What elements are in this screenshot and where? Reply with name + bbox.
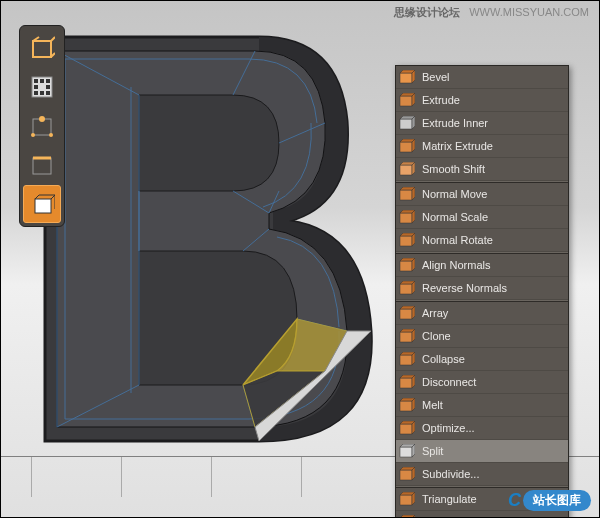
matrix-extrude-icon	[396, 136, 418, 156]
menu-item-label: Normal Rotate	[422, 234, 493, 246]
menu-item-label: Matrix Extrude	[422, 140, 493, 152]
menu-item-normal-move[interactable]: Normal Move	[396, 183, 568, 206]
menu-item-split[interactable]: Split	[396, 440, 568, 463]
mode-polygon[interactable]	[23, 185, 61, 223]
svg-point-15	[31, 133, 35, 137]
menu-item-extrude-inner[interactable]: Extrude Inner	[396, 112, 568, 135]
svg-point-16	[49, 133, 53, 137]
svg-line-2	[51, 37, 55, 41]
svg-rect-6	[40, 79, 44, 83]
menu-item-reverse-normals[interactable]: Reverse Normals	[396, 277, 568, 300]
menu-item-label: Align Normals	[422, 259, 490, 271]
menu-item-normal-rotate[interactable]: Normal Rotate	[396, 229, 568, 252]
menu-item-subdivide[interactable]: Subdivide...	[396, 463, 568, 486]
svg-point-14	[39, 116, 45, 122]
svg-rect-19	[35, 199, 51, 213]
menu-item-align-normals[interactable]: Align Normals	[396, 254, 568, 277]
menu-item-label: Triangulate	[422, 493, 477, 505]
menu-item-label: Disconnect	[422, 376, 476, 388]
menu-item-extrude[interactable]: Extrude	[396, 89, 568, 112]
svg-rect-10	[34, 91, 38, 95]
viewport-3d[interactable]: BevelExtrudeExtrude InnerMatrix ExtrudeS…	[1, 1, 599, 517]
svg-rect-60	[400, 355, 412, 365]
svg-line-20	[35, 195, 39, 199]
watermark-bottom: C 站长图库	[508, 490, 591, 511]
clone-icon	[396, 326, 418, 346]
menu-item-label: Extrude Inner	[422, 117, 488, 129]
menu-item-melt[interactable]: Melt	[396, 394, 568, 417]
menu-item-collapse[interactable]: Collapse	[396, 348, 568, 371]
menu-item-array[interactable]: Array	[396, 302, 568, 325]
optimize-icon	[396, 418, 418, 438]
svg-rect-75	[400, 470, 412, 480]
grid-tick	[121, 457, 122, 497]
menu-item-label: Normal Scale	[422, 211, 488, 223]
svg-rect-11	[40, 91, 44, 95]
context-menu: BevelExtrudeExtrude InnerMatrix ExtrudeS…	[395, 65, 569, 518]
svg-rect-8	[34, 85, 38, 89]
svg-rect-57	[400, 332, 412, 342]
watermark-badge: 站长图库	[523, 490, 591, 511]
mode-points[interactable]	[23, 29, 61, 67]
model-letter-b	[21, 23, 421, 453]
menu-item-label: Normal Move	[422, 188, 487, 200]
normal-scale-icon	[396, 207, 418, 227]
menu-item-matrix-extrude[interactable]: Matrix Extrude	[396, 135, 568, 158]
disconnect-icon	[396, 372, 418, 392]
split-icon	[396, 441, 418, 461]
svg-rect-33	[400, 142, 412, 152]
menu-item-label: Bevel	[422, 71, 450, 83]
mode-edge[interactable]	[23, 146, 61, 184]
svg-rect-17	[33, 158, 51, 174]
svg-rect-51	[400, 284, 412, 294]
menu-item-label: Split	[422, 445, 443, 457]
svg-rect-66	[400, 401, 412, 411]
mode-vertex[interactable]	[23, 107, 61, 145]
menu-item-label: Subdivide...	[422, 468, 479, 480]
menu-item-label: Extrude	[422, 94, 460, 106]
watermark-c: C	[508, 490, 521, 511]
watermark-top: 思缘设计论坛 WWW.MISSYUAN.COM	[394, 5, 589, 20]
menu-item-clone[interactable]: Clone	[396, 325, 568, 348]
svg-rect-48	[400, 261, 412, 271]
menu-item-label: Clone	[422, 330, 451, 342]
svg-rect-78	[400, 495, 412, 505]
array-icon	[396, 303, 418, 323]
grid-tick	[31, 457, 32, 497]
menu-item-untriangulate[interactable]: Untriangulate	[396, 511, 568, 518]
svg-rect-69	[400, 424, 412, 434]
extrude-icon	[396, 90, 418, 110]
mode-uv[interactable]	[23, 68, 61, 106]
svg-rect-72	[400, 447, 412, 457]
svg-rect-9	[46, 85, 50, 89]
menu-item-optimize[interactable]: Optimize...	[396, 417, 568, 440]
extrude-inner-icon	[396, 113, 418, 133]
menu-item-label: Optimize...	[422, 422, 475, 434]
svg-line-21	[51, 195, 55, 199]
smooth-shift-icon	[396, 159, 418, 179]
menu-item-label: Smooth Shift	[422, 163, 485, 175]
svg-rect-39	[400, 190, 412, 200]
subdivide-icon	[396, 464, 418, 484]
menu-item-normal-scale[interactable]: Normal Scale	[396, 206, 568, 229]
mode-toolbar	[19, 25, 65, 227]
grid-tick	[301, 457, 302, 497]
menu-item-smooth-shift[interactable]: Smooth Shift	[396, 158, 568, 181]
svg-rect-0	[33, 41, 51, 57]
reverse-normals-icon	[396, 278, 418, 298]
svg-rect-63	[400, 378, 412, 388]
svg-rect-27	[400, 96, 412, 106]
bevel-icon	[396, 67, 418, 87]
svg-rect-30	[400, 119, 412, 129]
svg-rect-5	[34, 79, 38, 83]
collapse-icon	[396, 349, 418, 369]
triangulate-icon	[396, 489, 418, 509]
align-normals-icon	[396, 255, 418, 275]
svg-rect-42	[400, 213, 412, 223]
menu-item-label: Array	[422, 307, 448, 319]
normal-move-icon	[396, 184, 418, 204]
menu-item-disconnect[interactable]: Disconnect	[396, 371, 568, 394]
menu-item-bevel[interactable]: Bevel	[396, 66, 568, 89]
svg-rect-12	[46, 91, 50, 95]
menu-item-label: Collapse	[422, 353, 465, 365]
